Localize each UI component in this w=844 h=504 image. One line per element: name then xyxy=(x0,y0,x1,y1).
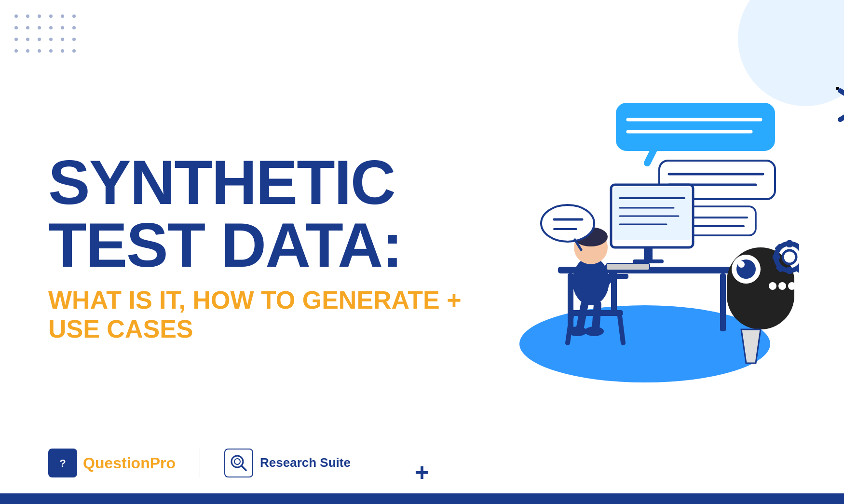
hero-illustration xyxy=(471,74,799,402)
svg-rect-54 xyxy=(787,267,792,274)
svg-point-52 xyxy=(783,250,796,264)
svg-rect-20 xyxy=(633,259,664,263)
page-container: SYNTHETIC TEST DATA: WHAT IS IT, HOW TO … xyxy=(0,0,844,504)
left-text-section: SYNTHETIC TEST DATA: WHAT IS IT, HOW TO … xyxy=(48,132,465,344)
svg-point-65 xyxy=(234,459,240,464)
research-suite-logo-text: Research Suite xyxy=(260,455,351,470)
main-content: SYNTHETIC TEST DATA: WHAT IS IT, HOW TO … xyxy=(0,0,844,504)
svg-rect-19 xyxy=(644,247,653,259)
svg-point-46 xyxy=(738,261,745,268)
svg-point-36 xyxy=(568,327,587,336)
svg-point-47 xyxy=(769,282,776,290)
svg-point-39 xyxy=(541,205,594,242)
logos-bar: ? QuestionPro Research Suite xyxy=(48,449,351,477)
svg-line-34 xyxy=(580,304,585,329)
svg-point-49 xyxy=(788,282,796,290)
svg-rect-25 xyxy=(611,276,617,313)
svg-point-0 xyxy=(519,305,770,382)
questionpro-logo: ? QuestionPro xyxy=(48,449,176,477)
logo-divider xyxy=(200,449,200,477)
svg-text:?: ? xyxy=(59,457,66,469)
svg-rect-53 xyxy=(787,240,792,247)
main-title: SYNTHETIC TEST DATA: xyxy=(48,151,465,276)
svg-line-35 xyxy=(596,304,598,329)
right-illustration-section xyxy=(465,29,806,446)
questionpro-logo-box: ? xyxy=(48,449,77,477)
svg-rect-55 xyxy=(773,255,780,259)
svg-line-64 xyxy=(242,466,246,470)
svg-rect-14 xyxy=(613,187,691,240)
plus-decoration: + xyxy=(415,460,429,485)
svg-rect-1 xyxy=(616,103,775,151)
svg-rect-38 xyxy=(606,263,650,270)
svg-point-48 xyxy=(778,282,786,290)
svg-rect-23 xyxy=(720,273,726,331)
svg-point-37 xyxy=(585,327,604,336)
bottom-bar xyxy=(0,493,844,504)
research-suite-logo: Research Suite xyxy=(224,449,351,477)
svg-line-28 xyxy=(620,316,623,343)
questionpro-logo-text: QuestionPro xyxy=(83,454,176,472)
research-suite-logo-box xyxy=(224,449,253,477)
subtitle: WHAT IS IT, HOW TO GENERATE + USE CASES xyxy=(48,286,465,344)
